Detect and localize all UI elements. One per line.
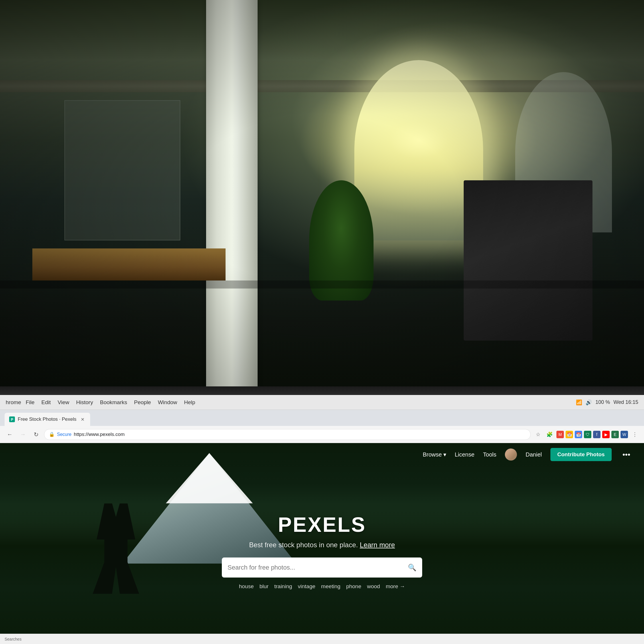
battery-text: 100 % <box>595 399 610 405</box>
search-tag-phone[interactable]: phone <box>346 583 361 590</box>
system-clock: Wed 16:15 <box>613 399 638 405</box>
refresh-button[interactable]: ↻ <box>31 429 41 440</box>
volume-icon: 🔊 <box>586 399 592 406</box>
office-pillar <box>206 0 258 401</box>
tab-close-button[interactable]: ✕ <box>79 416 86 422</box>
menu-people[interactable]: People <box>132 398 153 407</box>
menu-view[interactable]: View <box>55 398 72 407</box>
popular-searches: house blur training vintage meeting phon… <box>64 583 580 590</box>
browse-nav-link[interactable]: Browse ▾ <box>423 451 446 458</box>
user-avatar[interactable] <box>505 449 517 461</box>
status-text: Searches <box>5 637 21 641</box>
floor <box>0 280 644 289</box>
os-bar-left: hrome File Edit View History Bookmarks P… <box>6 398 197 407</box>
contribute-photos-button[interactable]: Contribute Photos <box>550 448 612 461</box>
back-button[interactable]: ← <box>5 429 15 440</box>
ext-icon-5[interactable]: f <box>593 431 600 438</box>
menu-file[interactable]: File <box>23 398 37 407</box>
menu-button[interactable]: ⋮ <box>630 430 639 439</box>
secure-icon: 🔒 <box>49 432 55 437</box>
chrome-app-name: hrome <box>6 399 21 406</box>
menu-window[interactable]: Window <box>155 398 179 407</box>
search-input[interactable] <box>228 564 408 571</box>
browser-toolbar: ← → ↻ 🔒 Secure https://www.pexels.com ☆ … <box>0 426 644 443</box>
ext-icon-3[interactable]: 📆 <box>575 431 582 438</box>
menu-help[interactable]: Help <box>182 398 197 407</box>
avatar-image <box>505 449 517 461</box>
search-tag-meeting[interactable]: meeting <box>321 583 341 590</box>
search-icon[interactable]: 🔍 <box>408 564 416 572</box>
search-more-link[interactable]: more → <box>386 583 405 590</box>
tab-bar: P Free Stock Photos · Pexels ✕ <box>0 410 644 426</box>
status-bar: Searches <box>0 634 644 644</box>
tab-favicon: P <box>9 416 15 422</box>
ext-icon-2[interactable]: 📅 <box>566 431 573 438</box>
more-options-button[interactable]: ••• <box>620 450 633 459</box>
pexels-hero: Browse ▾ License Tools Daniel Contribute… <box>0 443 644 644</box>
tools-nav-link[interactable]: Tools <box>483 451 497 458</box>
pexels-site-title: PEXELS <box>64 513 580 536</box>
browse-chevron-icon: ▾ <box>443 451 446 458</box>
extensions-button[interactable]: 🧩 <box>545 430 554 439</box>
learn-more-link[interactable]: Learn more <box>360 541 395 549</box>
nav-links: Browse ▾ License Tools Daniel Contribute… <box>423 448 633 461</box>
browser-window: hrome File Edit View History Bookmarks P… <box>0 395 644 644</box>
wifi-icon: 📶 <box>576 399 582 406</box>
forward-button[interactable]: → <box>18 429 28 440</box>
office-desk <box>32 248 226 280</box>
pexels-hero-content: PEXELS Best free stock photos in one pla… <box>64 513 580 590</box>
ext-icon-1[interactable]: M <box>556 431 564 438</box>
ext-icon-7[interactable]: E <box>611 431 619 438</box>
search-tag-blur[interactable]: blur <box>260 583 269 590</box>
menu-history[interactable]: History <box>74 398 95 407</box>
pexels-search-bar[interactable]: 🔍 <box>222 558 422 578</box>
pexels-website: Browse ▾ License Tools Daniel Contribute… <box>0 443 644 644</box>
office-background <box>0 0 644 401</box>
address-url: https://www.pexels.com <box>74 432 125 437</box>
office-chair <box>464 180 592 341</box>
extensions-row: M 📅 📆 🛡 f ▶ E W <box>556 431 628 438</box>
toolbar-right: ☆ 🧩 M 📅 📆 🛡 f ▶ E W ⋮ <box>534 430 639 439</box>
search-tag-vintage[interactable]: vintage <box>298 583 315 590</box>
tab-label: Free Stock Photos · Pexels <box>18 416 76 422</box>
os-bar-right: 📶 🔊 100 % Wed 16:15 <box>576 399 638 406</box>
pexels-subtitle: Best free stock photos in one place. Lea… <box>64 541 580 549</box>
pexels-navbar: Browse ▾ License Tools Daniel Contribute… <box>0 443 644 466</box>
license-nav-link[interactable]: License <box>455 451 475 458</box>
search-tag-training[interactable]: training <box>274 583 292 590</box>
browser-tab[interactable]: P Free Stock Photos · Pexels ✕ <box>5 413 90 426</box>
bookmark-button[interactable]: ☆ <box>534 430 543 439</box>
secure-text: Secure <box>57 432 72 437</box>
monitor: hrome File Edit View History Bookmarks P… <box>0 386 644 644</box>
search-tag-house[interactable]: house <box>239 583 254 590</box>
os-menu-bar: hrome File Edit View History Bookmarks P… <box>0 395 644 410</box>
search-tag-wood[interactable]: wood <box>367 583 380 590</box>
left-window <box>64 100 180 240</box>
ext-icon-8[interactable]: W <box>621 431 628 438</box>
address-bar[interactable]: 🔒 Secure https://www.pexels.com <box>44 429 531 440</box>
user-name-label: Daniel <box>526 451 542 458</box>
ext-icon-6[interactable]: ▶ <box>602 431 610 438</box>
menu-bookmarks[interactable]: Bookmarks <box>98 398 129 407</box>
menu-edit[interactable]: Edit <box>39 398 53 407</box>
ext-icon-4[interactable]: 🛡 <box>584 431 591 438</box>
